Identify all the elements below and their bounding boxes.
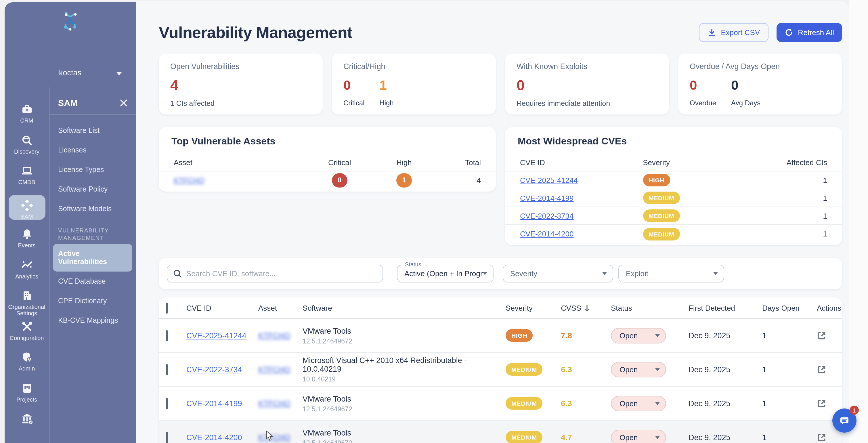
app-logo[interactable] bbox=[5, 9, 136, 34]
sidebar-item-events[interactable]: Events bbox=[8, 227, 45, 258]
chat-fab-button[interactable]: 1 bbox=[832, 409, 857, 433]
export-csv-button[interactable]: Export CSV bbox=[699, 23, 769, 42]
asset-link[interactable]: KTFCHQ bbox=[258, 331, 303, 340]
submenu-item-license-types[interactable]: License Types bbox=[53, 160, 132, 179]
cve-link[interactable]: CVE-2014-4200 bbox=[186, 433, 258, 442]
submenu-item-active-vulnerabilities[interactable]: Active Vulnerabilities bbox=[53, 244, 132, 271]
status-filter-label: Status bbox=[403, 261, 424, 268]
table-row: CVE-2014-4199 MEDIUM 1 bbox=[505, 189, 842, 207]
submenu-item-software-policy[interactable]: Software Policy bbox=[53, 179, 132, 199]
open-details-button[interactable] bbox=[817, 364, 842, 374]
organization-select[interactable]: koctas bbox=[5, 64, 136, 81]
external-link-icon bbox=[817, 364, 827, 374]
asset-link[interactable]: KTFCHQ bbox=[258, 433, 303, 442]
first-detected-date: Dec 9, 2025 bbox=[688, 331, 762, 340]
software-version: 12.5.1.24649672 bbox=[303, 337, 506, 344]
asset-link[interactable]: KTFCHQ bbox=[258, 399, 303, 408]
sidebar-item-crm[interactable]: CRM bbox=[8, 102, 45, 133]
cve-link[interactable]: CVE-2014-4199 bbox=[520, 194, 643, 202]
column-header-asset: Asset bbox=[258, 303, 303, 312]
analytics-trend-icon bbox=[21, 258, 33, 272]
row-checkbox[interactable] bbox=[166, 398, 168, 409]
chevron-down-icon bbox=[655, 402, 660, 405]
sidebar-item-cmdb[interactable]: CMDB bbox=[8, 164, 45, 195]
cve-link[interactable]: CVE-2025-41244 bbox=[520, 176, 643, 184]
building-icon bbox=[21, 289, 33, 303]
status-dropdown[interactable]: Open bbox=[611, 395, 666, 411]
sidebar-item-analytics[interactable]: Analytics bbox=[8, 258, 45, 289]
status-dropdown[interactable]: Open bbox=[611, 362, 666, 377]
row-checkbox[interactable] bbox=[166, 432, 168, 443]
sidebar-item-configuration[interactable]: Configuration bbox=[8, 320, 45, 351]
search-input[interactable] bbox=[186, 269, 377, 278]
submenu-item-cpe-dictionary[interactable]: CPE Dictionary bbox=[53, 291, 132, 311]
days-open-value: 1 bbox=[762, 331, 817, 340]
close-icon[interactable] bbox=[120, 99, 128, 107]
cve-link[interactable]: CVE-2025-41244 bbox=[186, 331, 258, 340]
sort-descending-icon bbox=[584, 304, 590, 312]
column-header-cve-id: CVE ID bbox=[520, 158, 643, 167]
submenu-item-software-models[interactable]: Software Models bbox=[53, 199, 132, 218]
severity-filter-placeholder: Severity bbox=[510, 269, 537, 278]
cve-link[interactable]: CVE-2014-4199 bbox=[186, 399, 258, 408]
severity-filter-select[interactable]: Severity bbox=[503, 265, 613, 283]
sidebar-item-label: Analytics bbox=[15, 273, 38, 279]
submenu-item-kb-cve-mappings[interactable]: KB-CVE Mappings bbox=[53, 311, 132, 330]
asset-link[interactable]: KTFCHQ bbox=[258, 365, 303, 374]
stat-card-critical-high: Critical/High 0 Critical 1 High bbox=[332, 54, 496, 115]
cve-link[interactable]: CVE-2022-3734 bbox=[186, 365, 258, 374]
severity-badge: MEDIUM bbox=[506, 397, 543, 410]
panel-title: Most Widespread CVEs bbox=[505, 136, 842, 147]
critical-count-pill: 0 bbox=[332, 173, 347, 187]
select-all-checkbox[interactable] bbox=[166, 302, 168, 313]
software-name: VMware Tools bbox=[303, 394, 506, 403]
column-header-days-open: Days Open bbox=[762, 303, 817, 312]
sidebar-item-label: SAM bbox=[21, 214, 33, 220]
open-details-button[interactable] bbox=[817, 398, 842, 408]
severity-badge: HIGH bbox=[643, 174, 670, 186]
row-checkbox[interactable] bbox=[166, 330, 168, 341]
submenu-item-cve-database[interactable]: CVE Database bbox=[53, 271, 132, 291]
sidebar: koctas CRM Discovery CMDB bbox=[5, 2, 136, 443]
exploit-filter-select[interactable]: Exploit bbox=[618, 265, 724, 283]
affected-cis-count: 1 bbox=[747, 230, 827, 238]
sidebar-item-label: Discovery bbox=[14, 149, 39, 155]
sidebar-item-admin[interactable]: Admin bbox=[8, 351, 45, 381]
column-header-critical: Critical bbox=[309, 158, 370, 167]
sidebar-item-discovery[interactable]: Discovery bbox=[8, 133, 45, 164]
refresh-all-label: Refresh All bbox=[798, 28, 834, 37]
sidebar-item-sam[interactable]: SAM bbox=[8, 195, 45, 220]
refresh-all-button[interactable]: Refresh All bbox=[777, 23, 842, 42]
stat-sublabel: 1 CIs affected bbox=[170, 99, 311, 108]
days-open-value: 1 bbox=[762, 365, 817, 374]
severity-badge: MEDIUM bbox=[643, 191, 680, 204]
column-header-actions: Actions bbox=[817, 303, 842, 312]
software-version: 12.5.1.24649672 bbox=[303, 439, 506, 443]
avg-days-count: 0 bbox=[731, 78, 761, 93]
open-details-button[interactable] bbox=[817, 330, 842, 340]
sidebar-item-organizational-settings[interactable]: Organizational Settings bbox=[8, 289, 45, 320]
cve-link[interactable]: CVE-2014-4200 bbox=[520, 230, 643, 238]
row-checkbox[interactable] bbox=[166, 364, 168, 375]
open-details-button[interactable] bbox=[817, 432, 842, 442]
column-header-cvss: CVSS bbox=[561, 303, 581, 312]
sidebar-item-bottom-partial[interactable] bbox=[8, 412, 45, 443]
status-dropdown[interactable]: Open bbox=[611, 430, 666, 443]
cve-link[interactable]: CVE-2022-3734 bbox=[520, 211, 643, 220]
status-filter-select[interactable]: Status Active (Open + In Progr... bbox=[397, 265, 494, 283]
status-dropdown[interactable]: Open bbox=[611, 328, 666, 343]
submenu-section-label: VULNERABILITY MANAGEMENT bbox=[53, 218, 132, 244]
asset-link[interactable]: KTFCHQ bbox=[174, 176, 309, 185]
sidebar-item-projects[interactable]: Projects bbox=[8, 381, 45, 412]
column-header-cvss-sort[interactable]: CVSS bbox=[561, 303, 611, 312]
chevron-down-icon bbox=[602, 272, 607, 275]
exploit-filter-placeholder: Exploit bbox=[626, 269, 648, 278]
critical-label: Critical bbox=[343, 99, 364, 107]
submenu-item-software-list[interactable]: Software List bbox=[53, 121, 132, 140]
submenu-item-licenses[interactable]: Licenses bbox=[53, 140, 132, 160]
software-name: VMware Tools bbox=[303, 326, 506, 335]
kanban-board-icon bbox=[21, 381, 33, 395]
first-detected-date: Dec 9, 2025 bbox=[688, 399, 762, 408]
sam-diamonds-icon bbox=[21, 198, 33, 212]
stat-value: 4 bbox=[170, 77, 311, 94]
